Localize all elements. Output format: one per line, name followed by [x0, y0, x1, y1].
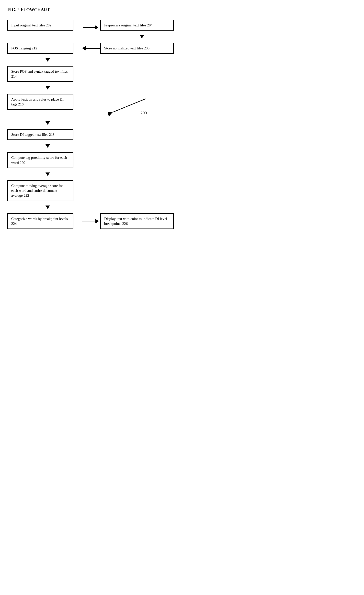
- box-204: Preprocess original text files 204: [100, 20, 174, 31]
- box-222: Compute moving average score for each wo…: [7, 180, 73, 201]
- box-216: Apply lexicon and rules to place DI tags…: [7, 94, 73, 110]
- box-218: Store DI tagged text files 218: [7, 129, 73, 140]
- box-212: POS Tagging 212: [7, 43, 73, 54]
- box-202: Input original text files 202: [7, 20, 73, 31]
- svg-line-1: [113, 99, 146, 112]
- box-224: Categorize words by breakpoint levels 22…: [7, 213, 73, 229]
- label-200: 200: [141, 111, 147, 115]
- box-226: Display text with color to indicate DI l…: [100, 213, 174, 229]
- page-title: FIG. 2 FLOWCHART: [7, 7, 175, 12]
- box-214: Store POS and syntax tagged text files 2…: [7, 66, 73, 82]
- box-206: Store normalized text files 206: [100, 43, 174, 54]
- box-220: Compute tag proximity score for each wor…: [7, 152, 73, 168]
- flowchart: Input original text files 202 Preprocess…: [7, 20, 174, 229]
